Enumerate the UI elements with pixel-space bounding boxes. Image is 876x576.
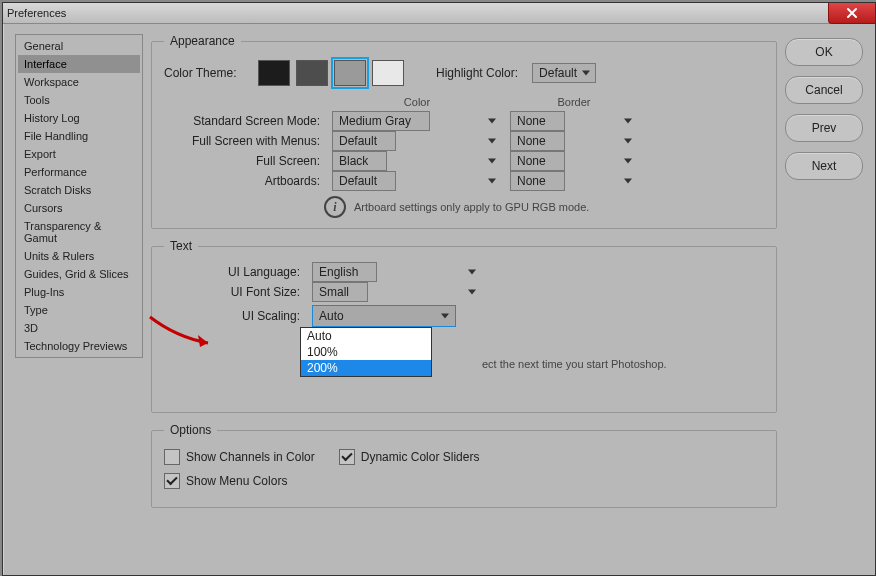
sidebar-item-performance[interactable]: Performance	[18, 163, 140, 181]
color-theme-swatch[interactable]	[372, 60, 404, 86]
show-menu-colors-checkbox[interactable]: Show Menu Colors	[164, 473, 287, 489]
sidebar-item-file-handling[interactable]: File Handling	[18, 127, 140, 145]
info-icon: i	[324, 196, 346, 218]
ui-scaling-select[interactable]: Auto	[312, 305, 456, 327]
checkbox-icon	[164, 473, 180, 489]
ui-scaling-option[interactable]: Auto	[301, 328, 431, 344]
appearance-legend: Appearance	[164, 34, 241, 48]
screen-mode-color-select[interactable]: Default	[332, 171, 396, 191]
sidebar-item-transparency-gamut[interactable]: Transparency & Gamut	[18, 217, 140, 247]
highlight-color-select[interactable]: Default	[532, 63, 596, 83]
highlight-color-label: Highlight Color:	[436, 66, 518, 80]
color-theme-swatch[interactable]	[334, 60, 366, 86]
screen-mode-border-select[interactable]: None	[510, 111, 565, 131]
preferences-window: Preferences GeneralInterfaceWorkspaceToo…	[2, 2, 876, 576]
border-column-header: Border	[510, 96, 638, 108]
ui-language-label: UI Language:	[164, 265, 304, 279]
window-close-button[interactable]	[828, 3, 875, 24]
sidebar-item-history-log[interactable]: History Log	[18, 109, 140, 127]
color-theme-label: Color Theme:	[164, 66, 254, 80]
sidebar-item-technology-previews[interactable]: Technology Previews	[18, 337, 140, 355]
ui-scaling-label: UI Scaling:	[164, 309, 304, 323]
sidebar-item-general[interactable]: General	[18, 37, 140, 55]
sidebar-item-units-rulers[interactable]: Units & Rulers	[18, 247, 140, 265]
ok-button[interactable]: OK	[785, 38, 863, 66]
sidebar-item-type[interactable]: Type	[18, 301, 140, 319]
ui-language-select[interactable]: English	[312, 262, 377, 282]
color-column-header: Color	[332, 96, 502, 108]
screen-mode-label: Artboards:	[164, 174, 324, 188]
screen-mode-label: Standard Screen Mode:	[164, 114, 324, 128]
sidebar-item-scratch-disks[interactable]: Scratch Disks	[18, 181, 140, 199]
checkbox-icon	[339, 449, 355, 465]
screen-mode-label: Full Screen:	[164, 154, 324, 168]
ui-scaling-option[interactable]: 200%	[301, 360, 431, 376]
screen-mode-label: Full Screen with Menus:	[164, 134, 324, 148]
color-theme-swatch[interactable]	[258, 60, 290, 86]
color-theme-swatch[interactable]	[296, 60, 328, 86]
cancel-button[interactable]: Cancel	[785, 76, 863, 104]
ui-scaling-value: Auto	[319, 309, 344, 323]
sidebar-item-export[interactable]: Export	[18, 145, 140, 163]
sidebar-item-plug-ins[interactable]: Plug-Ins	[18, 283, 140, 301]
close-icon	[846, 7, 858, 19]
screen-mode-color-select[interactable]: Medium Gray	[332, 111, 430, 131]
show-channels-checkbox[interactable]: Show Channels in Color	[164, 449, 315, 465]
appearance-group: Appearance Color Theme: Highlight Color:…	[151, 34, 777, 229]
screen-mode-color-select[interactable]: Default	[332, 131, 396, 151]
title-bar: Preferences	[3, 3, 875, 24]
screen-mode-border-select[interactable]: None	[510, 151, 565, 171]
ui-scaling-option[interactable]: 100%	[301, 344, 431, 360]
sidebar-item-interface[interactable]: Interface	[18, 55, 140, 73]
ui-font-size-label: UI Font Size:	[164, 285, 304, 299]
sidebar-item-3d[interactable]: 3D	[18, 319, 140, 337]
sidebar-item-workspace[interactable]: Workspace	[18, 73, 140, 91]
window-title: Preferences	[7, 7, 66, 19]
next-button[interactable]: Next	[785, 152, 863, 180]
screen-mode-border-select[interactable]: None	[510, 171, 565, 191]
ui-font-size-select[interactable]: Small	[312, 282, 368, 302]
sidebar-item-guides-grid-slices[interactable]: Guides, Grid & Slices	[18, 265, 140, 283]
screen-mode-border-select[interactable]: None	[510, 131, 565, 151]
options-group: Options Show Channels in Color Dynamic C…	[151, 423, 777, 508]
checkbox-icon	[164, 449, 180, 465]
text-legend: Text	[164, 239, 198, 253]
sidebar-item-cursors[interactable]: Cursors	[18, 199, 140, 217]
dynamic-color-sliders-checkbox[interactable]: Dynamic Color Sliders	[339, 449, 480, 465]
text-group: Text UI Language: English UI Font Size: …	[151, 239, 777, 413]
artboard-note: Artboard settings only apply to GPU RGB …	[354, 201, 589, 213]
options-legend: Options	[164, 423, 217, 437]
screen-mode-color-select[interactable]: Black	[332, 151, 387, 171]
prev-button[interactable]: Prev	[785, 114, 863, 142]
ui-scaling-dropdown[interactable]: Auto100%200%	[300, 327, 432, 377]
sidebar-item-tools[interactable]: Tools	[18, 91, 140, 109]
category-sidebar: GeneralInterfaceWorkspaceToolsHistory Lo…	[15, 34, 143, 358]
restart-note: ect the next time you start Photoshop.	[482, 358, 667, 370]
